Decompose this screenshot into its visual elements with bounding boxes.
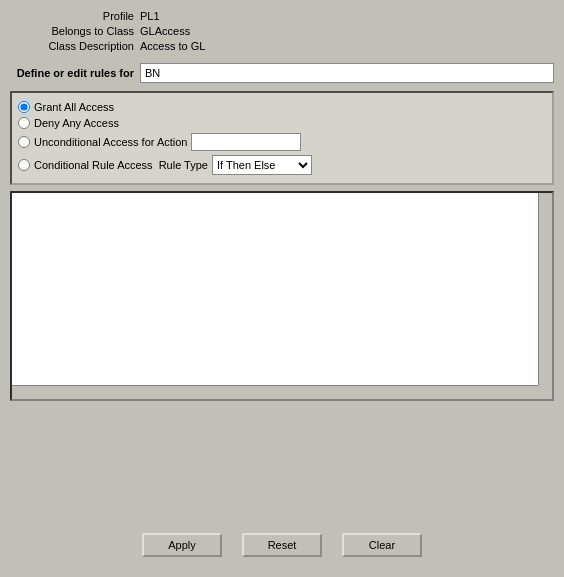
unconditional-action-input[interactable] <box>191 133 301 151</box>
vertical-scrollbar[interactable] <box>538 193 552 385</box>
profile-label: Profile <box>10 10 140 22</box>
class-description-row: Class Description Access to GL <box>10 40 554 52</box>
info-section: Profile PL1 Belongs to Class GLAccess Cl… <box>10 10 554 55</box>
conditional-label: Conditional Rule Access <box>34 159 153 171</box>
grant-all-radio[interactable] <box>18 101 30 113</box>
unconditional-label: Unconditional Access for Action <box>34 136 187 148</box>
horizontal-scrollbar[interactable] <box>12 385 538 399</box>
reset-button[interactable]: Reset <box>242 533 322 557</box>
clear-button[interactable]: Clear <box>342 533 422 557</box>
button-row: Apply Reset Clear <box>10 523 554 567</box>
apply-label: Apply <box>168 539 196 551</box>
rule-type-label: Rule Type <box>159 159 208 171</box>
main-container: Profile PL1 Belongs to Class GLAccess Cl… <box>0 0 564 577</box>
rules-panel: Grant All Access Deny Any Access Uncondi… <box>10 91 554 185</box>
reset-label: Reset <box>268 539 297 551</box>
define-row: Define or edit rules for <box>10 63 554 83</box>
rule-type-select[interactable]: If Then Else If Then Case <box>212 155 312 175</box>
scrollbar-corner <box>538 385 552 399</box>
empty-space <box>10 407 554 523</box>
clear-label: Clear <box>369 539 395 551</box>
grant-all-row: Grant All Access <box>18 101 546 113</box>
belongs-class-value: GLAccess <box>140 25 190 37</box>
conditional-row: Conditional Rule Access Rule Type If The… <box>18 155 546 175</box>
conditional-radio[interactable] <box>18 159 30 171</box>
define-input[interactable] <box>140 63 554 83</box>
deny-any-label: Deny Any Access <box>34 117 119 129</box>
class-description-label: Class Description <box>10 40 140 52</box>
deny-any-row: Deny Any Access <box>18 117 546 129</box>
grant-all-label: Grant All Access <box>34 101 114 113</box>
deny-any-radio[interactable] <box>18 117 30 129</box>
rule-editor-container <box>10 191 554 401</box>
profile-row: Profile PL1 <box>10 10 554 22</box>
belongs-class-label: Belongs to Class <box>10 25 140 37</box>
define-label: Define or edit rules for <box>10 67 140 79</box>
belongs-class-row: Belongs to Class GLAccess <box>10 25 554 37</box>
unconditional-radio[interactable] <box>18 136 30 148</box>
class-description-value: Access to GL <box>140 40 205 52</box>
unconditional-row: Unconditional Access for Action <box>18 133 546 151</box>
rule-textarea[interactable] <box>12 193 538 385</box>
apply-button[interactable]: Apply <box>142 533 222 557</box>
profile-value: PL1 <box>140 10 160 22</box>
